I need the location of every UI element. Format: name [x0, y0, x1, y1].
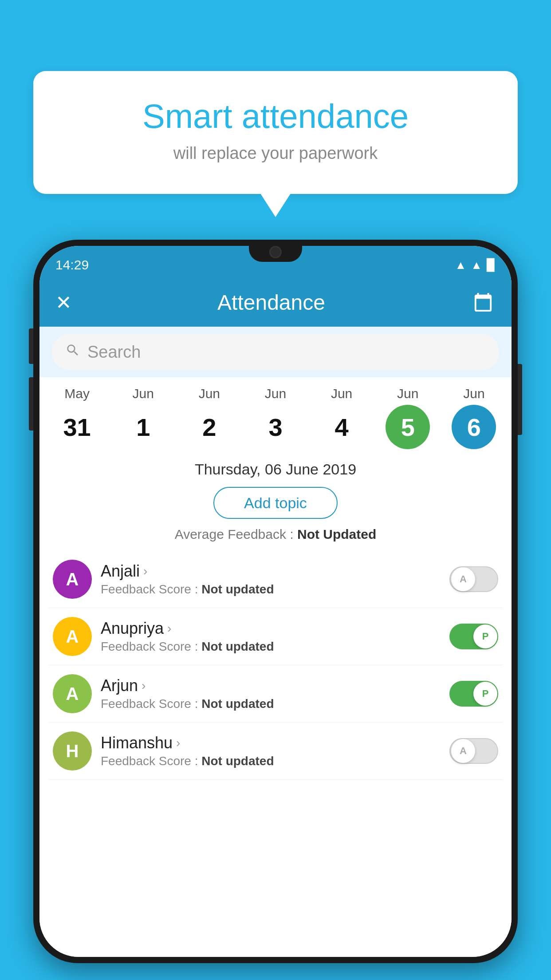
attendance-toggle[interactable]: A — [449, 566, 498, 592]
date-strip: May 31 Jun 1 Jun 2 Jun — [39, 377, 512, 454]
toggle-off[interactable]: A — [449, 566, 498, 592]
toggle-on[interactable]: P — [449, 681, 498, 707]
toggle-off[interactable]: A — [449, 738, 498, 764]
toggle-on[interactable]: P — [449, 624, 498, 649]
battery-icon: ▉ — [487, 258, 496, 272]
avatar: A — [53, 560, 92, 599]
student-feedback: Feedback Score : Not updated — [101, 697, 441, 711]
student-name: Himanshu › — [101, 734, 441, 752]
chevron-right-icon: › — [142, 679, 146, 693]
student-name: Anjali › — [101, 562, 441, 581]
phone-outer: 14:29 ▲ ▲ ▉ ✕ Attendance — [33, 240, 518, 963]
app-bar: ✕ Attendance — [39, 278, 512, 327]
power-button — [518, 364, 522, 435]
status-time: 14:29 — [55, 257, 89, 273]
status-icons: ▲ ▲ ▉ — [455, 258, 496, 272]
student-info: Arjun › Feedback Score : Not updated — [101, 676, 441, 711]
avg-feedback-label: Average Feedback : — [175, 527, 297, 541]
wifi-icon: ▲ — [455, 258, 467, 272]
student-info: Anjali › Feedback Score : Not updated — [101, 562, 441, 597]
search-bar-container: Search — [39, 327, 512, 377]
date-jun2[interactable]: Jun 2 — [183, 386, 236, 449]
student-name: Arjun › — [101, 676, 441, 695]
student-info: Anupriya › Feedback Score : Not updated — [101, 619, 441, 654]
search-input[interactable]: Search — [87, 343, 141, 362]
avatar: H — [53, 731, 92, 771]
toggle-thumb: A — [451, 567, 475, 591]
chevron-right-icon: › — [167, 621, 171, 636]
student-item[interactable]: H Himanshu › Feedback Score : Not update… — [48, 723, 503, 780]
date-jun4[interactable]: Jun 4 — [315, 386, 368, 449]
phone-wrapper: 14:29 ▲ ▲ ▉ ✕ Attendance — [33, 240, 518, 980]
close-button[interactable]: ✕ — [55, 291, 72, 314]
date-jun1[interactable]: Jun 1 — [117, 386, 170, 449]
app-bar-title: Attendance — [217, 290, 325, 315]
attendance-toggle[interactable]: P — [449, 681, 498, 707]
date-may31[interactable]: May 31 — [51, 386, 104, 449]
student-list: A Anjali › Feedback Score : Not updated — [39, 551, 512, 780]
toggle-thumb: P — [473, 624, 497, 648]
speech-bubble-title: Smart attendance — [60, 98, 491, 135]
student-info: Himanshu › Feedback Score : Not updated — [101, 734, 441, 768]
signal-icon: ▲ — [471, 258, 482, 272]
student-item[interactable]: A Anjali › Feedback Score : Not updated — [48, 551, 503, 608]
phone-screen: 14:29 ▲ ▲ ▉ ✕ Attendance — [39, 246, 512, 957]
camera-icon — [269, 246, 282, 258]
volume-down-button — [29, 377, 33, 431]
add-topic-button[interactable]: Add topic — [213, 487, 338, 519]
attendance-toggle[interactable]: A — [449, 738, 498, 764]
student-feedback: Feedback Score : Not updated — [101, 640, 441, 654]
avatar: A — [53, 617, 92, 656]
student-item[interactable]: A Anupriya › Feedback Score : Not update… — [48, 608, 503, 665]
speech-bubble-subtitle: will replace your paperwork — [60, 144, 491, 163]
chevron-right-icon: › — [143, 564, 147, 578]
content-area: Search May 31 Jun 1 — [39, 327, 512, 957]
search-bar[interactable]: Search — [52, 334, 499, 370]
student-name: Anupriya › — [101, 619, 441, 638]
calendar-button[interactable] — [471, 290, 496, 315]
volume-up-button — [29, 328, 33, 364]
add-topic-label: Add topic — [244, 494, 307, 512]
student-feedback: Feedback Score : Not updated — [101, 754, 441, 768]
search-icon — [65, 343, 80, 362]
toggle-thumb: P — [473, 682, 497, 706]
chevron-right-icon: › — [176, 736, 180, 750]
speech-bubble: Smart attendance will replace your paper… — [33, 71, 518, 194]
toggle-thumb: A — [451, 739, 475, 763]
avatar: A — [53, 674, 92, 713]
average-feedback: Average Feedback : Not Updated — [39, 523, 512, 551]
student-item[interactable]: A Arjun › Feedback Score : Not updated — [48, 665, 503, 723]
avg-feedback-value: Not Updated — [297, 527, 376, 541]
date-jun3[interactable]: Jun 3 — [249, 386, 302, 449]
date-jun5[interactable]: Jun 5 — [381, 386, 434, 449]
attendance-toggle[interactable]: P — [449, 624, 498, 649]
student-feedback: Feedback Score : Not updated — [101, 582, 441, 597]
selected-date-label: Thursday, 06 June 2019 — [39, 454, 512, 482]
date-jun6[interactable]: Jun 6 — [447, 386, 500, 449]
